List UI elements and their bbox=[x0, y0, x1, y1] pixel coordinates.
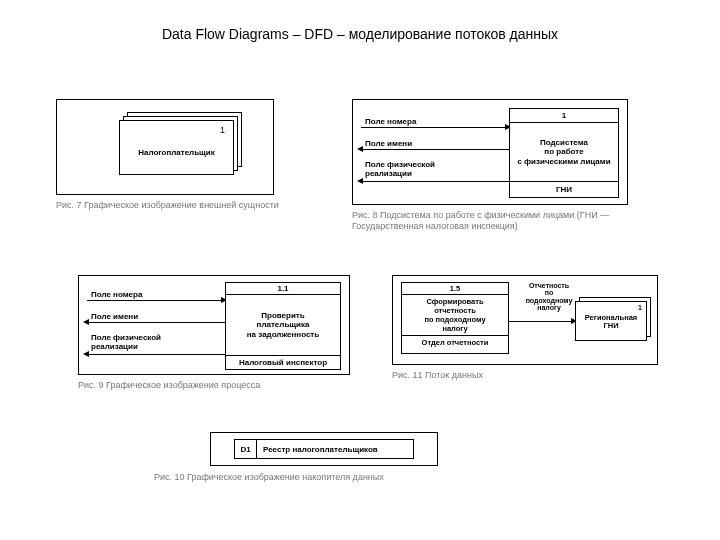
flow-label: Поле физической реализации bbox=[365, 161, 465, 179]
caption-fig7: Рис. 7 Графическое изображение внешней с… bbox=[56, 200, 279, 211]
flow-label: Поле имени bbox=[91, 312, 138, 321]
caption-fig9: Рис. 9 Графическое изображение процесса bbox=[78, 380, 260, 391]
panel-fig9: Поле номера Поле имени Поле физической р… bbox=[78, 275, 350, 375]
entity-id: 1 bbox=[638, 304, 642, 311]
flow-name: по подоходному bbox=[526, 289, 573, 303]
process-text: по работе bbox=[510, 147, 618, 157]
panel-fig7: 1 Налогоплательщик bbox=[56, 99, 274, 195]
process-id: 1 bbox=[510, 109, 618, 123]
process-text: по подоходному bbox=[424, 315, 485, 324]
caption-fig11: Рис. 11 Поток данных bbox=[392, 370, 483, 381]
data-store-id: D1 bbox=[235, 440, 257, 458]
process-text: Проверить bbox=[226, 311, 340, 320]
flow-name: Отчетность bbox=[529, 282, 569, 289]
flow-label: Поле номера bbox=[365, 117, 416, 126]
data-store: D1 Реестр налогоплательщиков bbox=[234, 439, 414, 459]
process-text: плательщика bbox=[226, 320, 340, 329]
process-text: отчетность bbox=[434, 306, 476, 315]
process-id: 1.5 bbox=[402, 283, 508, 295]
flow-label: Поле физической реализации bbox=[91, 334, 191, 352]
entity-label: Налогоплательщик bbox=[120, 148, 233, 157]
panel-fig10: D1 Реестр налогоплательщиков bbox=[210, 432, 438, 466]
process-actor: ГНИ bbox=[510, 181, 618, 197]
process-id: 1.1 bbox=[226, 283, 340, 295]
process-box: 1.1 Проверить плательщика на задолженнос… bbox=[225, 282, 341, 370]
entity-id: 1 bbox=[220, 125, 225, 135]
entity-box: 1 Региональная ГНИ bbox=[575, 301, 647, 341]
process-box: 1.5 Сформировать отчетность по подоходно… bbox=[401, 282, 509, 354]
flow-label: Поле номера bbox=[91, 290, 142, 299]
process-text: Сформировать bbox=[426, 297, 483, 306]
entity-label: ГНИ bbox=[603, 321, 618, 330]
process-text: Подсистема bbox=[510, 138, 618, 148]
process-actor: Налоговый инспектор bbox=[226, 355, 340, 369]
panel-fig8: Поле номера Поле имени Поле физической р… bbox=[352, 99, 628, 205]
process-box: 1 Подсистема по работе с физическими лиц… bbox=[509, 108, 619, 198]
process-text: на задолженность bbox=[226, 330, 340, 339]
flow-label: Поле имени bbox=[365, 139, 412, 148]
page-title: Data Flow Diagrams – DFD – моделирование… bbox=[0, 26, 720, 42]
caption-fig10: Рис. 10 Графическое изображение накопите… bbox=[154, 472, 454, 483]
data-store-name: Реестр налогоплательщиков bbox=[257, 440, 413, 458]
panel-fig11: 1.5 Сформировать отчетность по подоходно… bbox=[392, 275, 658, 365]
process-actor: Отдел отчетности bbox=[402, 336, 508, 349]
flow-name: налогу bbox=[537, 304, 561, 311]
caption-fig8: Рис. 8 Подсистема по работе с физическим… bbox=[352, 210, 628, 233]
process-text: с физическими лицами bbox=[510, 157, 618, 167]
process-text: налогу bbox=[442, 324, 467, 333]
